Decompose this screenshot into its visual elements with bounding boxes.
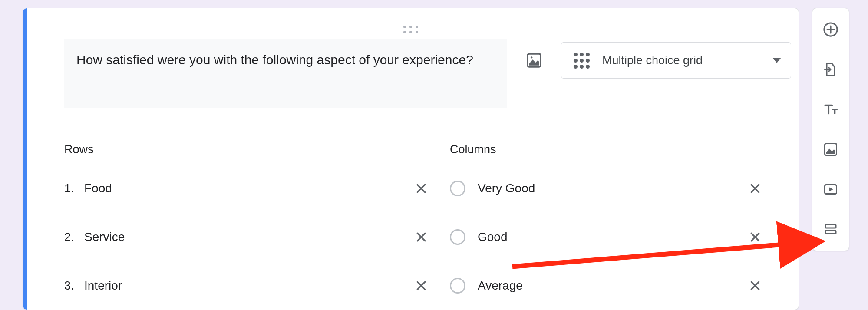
row-number: 2. — [64, 231, 84, 244]
row-number: 3. — [64, 279, 84, 293]
column-item: Very Good — [450, 175, 776, 202]
import-file-icon — [823, 62, 838, 77]
column-item: Average — [450, 272, 776, 300]
columns-column: Columns Very Good Good — [442, 143, 776, 310]
radio-icon — [450, 278, 465, 294]
active-indicator — [23, 8, 27, 310]
column-label-input[interactable]: Good — [478, 230, 746, 244]
row-number: 1. — [64, 182, 84, 195]
video-icon — [822, 181, 839, 197]
svg-point-1 — [531, 56, 532, 58]
close-icon — [415, 279, 428, 292]
remove-column-button[interactable] — [746, 228, 764, 246]
grid-editor: Rows 1. Food 2. Service 3. — [64, 143, 776, 310]
remove-row-button[interactable] — [413, 180, 430, 197]
close-icon — [415, 231, 428, 244]
question-title-input[interactable] — [64, 39, 507, 108]
add-question-button[interactable] — [821, 20, 841, 40]
remove-column-button[interactable] — [746, 180, 764, 197]
drag-handle-icon[interactable] — [402, 26, 420, 33]
column-item: Good — [450, 223, 776, 251]
remove-column-button[interactable] — [746, 277, 764, 294]
side-toolbar — [812, 8, 849, 251]
image-icon — [525, 52, 543, 69]
row-label-input[interactable]: Interior — [84, 279, 413, 293]
remove-row-button[interactable] — [413, 228, 430, 246]
add-title-button[interactable] — [821, 99, 841, 119]
row-label-input[interactable]: Food — [84, 181, 413, 195]
image-icon — [823, 142, 838, 157]
question-type-label: Multiple choice grid — [602, 54, 703, 67]
radio-icon — [450, 229, 465, 245]
close-icon — [415, 182, 428, 195]
remove-row-button[interactable] — [413, 277, 430, 294]
rows-column: Rows 1. Food 2. Service 3. — [64, 143, 442, 310]
add-video-button[interactable] — [821, 179, 841, 199]
close-icon — [749, 231, 762, 244]
rows-header: Rows — [64, 143, 442, 156]
radio-icon — [450, 181, 465, 196]
plus-circle-icon — [822, 21, 839, 38]
close-icon — [749, 279, 762, 292]
row-item: 3. Interior — [64, 272, 442, 300]
svg-rect-6 — [825, 231, 836, 234]
question-type-select[interactable]: Multiple choice grid — [561, 42, 791, 79]
row-item: 2. Service — [64, 223, 442, 251]
row-label-input[interactable]: Service — [84, 230, 413, 244]
question-card: Multiple choice grid Rows 1. Food 2. Ser… — [23, 8, 799, 310]
add-image-button[interactable] — [522, 48, 546, 73]
column-label-input[interactable]: Very Good — [478, 181, 746, 195]
add-image-toolbar-button[interactable] — [821, 139, 841, 159]
question-header-row: Multiple choice grid — [64, 39, 776, 108]
import-questions-button[interactable] — [821, 59, 841, 79]
columns-header: Columns — [450, 143, 776, 156]
row-item: 1. Food — [64, 175, 442, 202]
svg-rect-5 — [825, 225, 836, 228]
chevron-down-icon — [772, 58, 781, 63]
grid-icon — [571, 50, 592, 71]
section-icon — [823, 221, 838, 237]
text-icon — [822, 101, 839, 118]
close-icon — [749, 182, 762, 195]
column-label-input[interactable]: Average — [478, 279, 746, 293]
add-section-button[interactable] — [821, 219, 841, 239]
